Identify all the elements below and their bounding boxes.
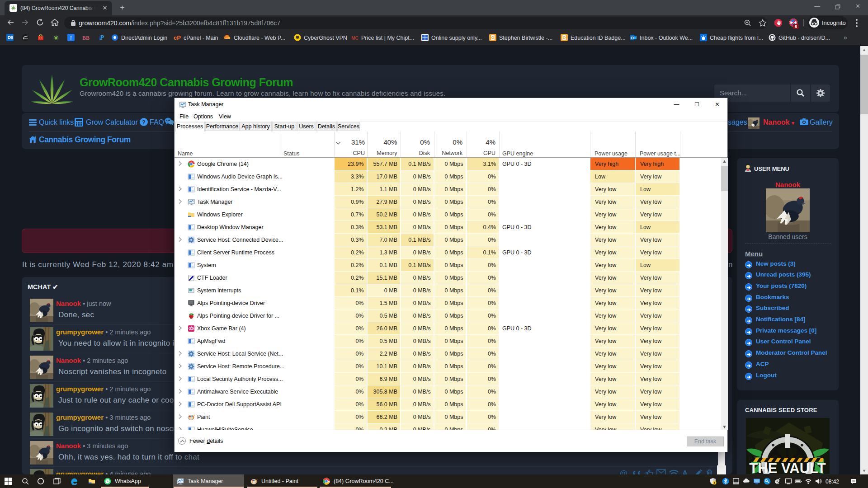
svg-text:?: ?	[142, 119, 145, 126]
svg-text:BB: BB	[82, 35, 90, 41]
svg-text:O: O	[631, 36, 634, 40]
svg-text:5: 5	[795, 24, 797, 29]
svg-text:THE VAULT: THE VAULT	[749, 460, 826, 474]
svg-text:P: P	[100, 34, 104, 41]
svg-text:MC: MC	[351, 36, 359, 41]
svg-text:!: !	[714, 481, 715, 484]
svg-text:cP: cP	[174, 34, 181, 41]
